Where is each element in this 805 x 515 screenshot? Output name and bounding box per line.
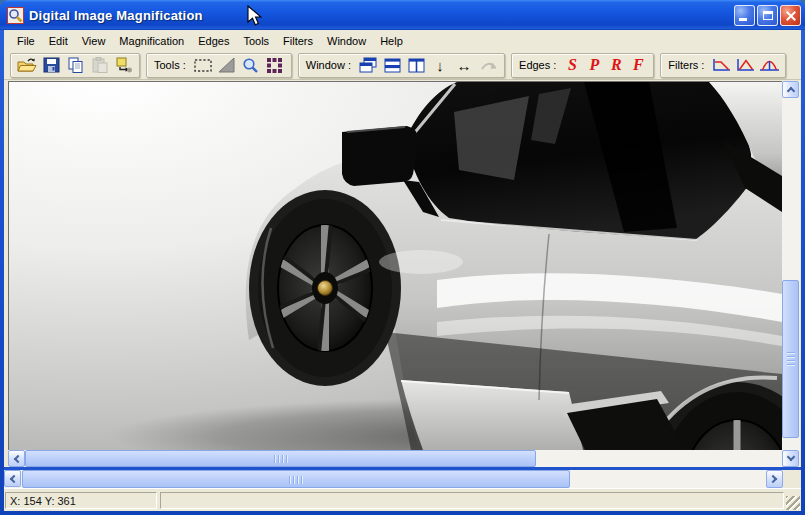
maximize-button[interactable] [757, 5, 778, 26]
window-title: Digital Image Magnification [29, 8, 203, 23]
arrow-down-icon[interactable]: ↓ [428, 54, 452, 76]
edges-toolbar-group: Edges : S P R F [511, 53, 654, 78]
chevron-left-icon [14, 454, 22, 462]
image-hscroll-thumb[interactable] [25, 450, 536, 467]
chevron-down-icon [786, 453, 794, 461]
edges-sobel-button[interactable]: S [561, 56, 583, 74]
menu-edges[interactable]: Edges [191, 32, 236, 50]
close-button[interactable] [780, 5, 801, 26]
minimize-button[interactable] [734, 5, 755, 26]
scroll-left-button[interactable] [8, 450, 25, 467]
menu-view[interactable]: View [75, 32, 113, 50]
triangle-filter-icon[interactable] [733, 54, 757, 76]
magnifier-app-icon[interactable] [7, 7, 24, 24]
cascade-windows-icon[interactable] [356, 54, 380, 76]
menu-edit[interactable]: Edit [42, 32, 75, 50]
tools-toolbar-group: Tools : [146, 53, 292, 78]
car-image [9, 82, 782, 450]
menu-tools[interactable]: Tools [236, 32, 276, 50]
edges-f-button[interactable]: F [627, 56, 649, 74]
file-toolbar-group [10, 53, 140, 78]
app-window: Digital Image Magnification File Edit Vi… [0, 0, 805, 515]
menu-filters[interactable]: Filters [276, 32, 320, 50]
window-group-label: Window : [303, 59, 356, 71]
tile-vertical-icon[interactable] [404, 54, 428, 76]
chevron-left-icon [10, 474, 18, 482]
menu-window[interactable]: Window [320, 32, 373, 50]
paste-icon[interactable] [87, 54, 111, 76]
scroll-up-button[interactable] [782, 81, 799, 98]
arrow-horizontal-icon[interactable]: ↔ [452, 54, 476, 76]
image-vscroll-thumb[interactable] [782, 280, 799, 438]
menu-help[interactable]: Help [373, 32, 410, 50]
filters-toolbar-group: Filters : [660, 53, 786, 78]
chevron-up-icon [786, 87, 794, 95]
edges-roberts-button[interactable]: R [605, 56, 627, 74]
pattern-icon[interactable] [263, 54, 287, 76]
rotate-icon[interactable] [476, 54, 500, 76]
open-icon[interactable] [15, 54, 39, 76]
image-hscrollbar[interactable] [8, 450, 782, 467]
workspace-scroll-right-button[interactable] [766, 470, 783, 488]
toolbar: Tools : [4, 51, 801, 80]
status-message-panel [160, 492, 784, 509]
contrast-triangle-icon[interactable] [215, 54, 239, 76]
edges-prewitt-button[interactable]: P [583, 56, 605, 74]
workspace-hscroll-thumb[interactable] [22, 470, 570, 488]
image-canvas[interactable] [8, 81, 782, 450]
tile-horizontal-icon[interactable] [380, 54, 404, 76]
resize-grip[interactable] [786, 496, 800, 510]
menu-magnification[interactable]: Magnification [112, 32, 191, 50]
lowpass-filter-icon[interactable] [709, 54, 733, 76]
edges-group-label: Edges : [516, 59, 561, 71]
zoom-icon[interactable] [239, 54, 263, 76]
dome-filter-icon[interactable] [757, 54, 781, 76]
window-toolbar-group: Window : ↓ [298, 53, 505, 78]
menu-bar: File Edit View Magnification Edges Tools… [4, 30, 801, 51]
maximize-icon [763, 11, 773, 20]
save-icon[interactable] [39, 54, 63, 76]
marquee-selection-icon[interactable] [191, 54, 215, 76]
status-coordinates: X: 154 Y: 361 [5, 492, 157, 509]
menu-file[interactable]: File [10, 32, 42, 50]
tools-group-label: Tools : [151, 59, 191, 71]
workspace-scroll-left-button[interactable] [4, 470, 21, 487]
export-icon[interactable] [111, 54, 135, 76]
image-vscrollbar[interactable] [782, 81, 800, 467]
status-bar: X: 154 Y: 361 [4, 488, 801, 511]
minimize-icon [739, 18, 747, 21]
cursor-coordinates-text: X: 154 Y: 361 [10, 495, 76, 507]
scroll-down-button[interactable] [782, 450, 799, 467]
title-bar[interactable]: Digital Image Magnification [0, 0, 805, 30]
filters-group-label: Filters : [665, 59, 709, 71]
workspace-hscrollbar[interactable] [4, 470, 783, 488]
copy-icon[interactable] [63, 54, 87, 76]
chevron-right-icon [769, 475, 777, 483]
